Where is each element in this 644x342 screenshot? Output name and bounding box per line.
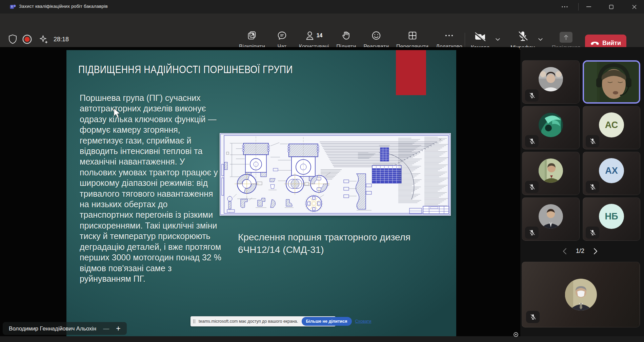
- camera-off-icon: [474, 31, 487, 43]
- meeting-safety-shield-icon[interactable]: [8, 34, 17, 44]
- mic-muted-badge: [525, 135, 539, 147]
- pagination-prev-icon[interactable]: [562, 248, 567, 255]
- participant-tile[interactable]: АС: [583, 106, 640, 149]
- pagination-label: 1/2: [576, 248, 584, 255]
- avatar: [539, 113, 563, 137]
- smiley-icon: [371, 30, 381, 41]
- recording-indicator-icon: [22, 35, 32, 44]
- zoom-out-button[interactable]: —: [103, 325, 109, 332]
- window-titlebar: T Захист кваліфікаційних робіт бакалаврі…: [0, 0, 644, 14]
- participant-initials: НБ: [599, 204, 624, 229]
- avatar: [539, 67, 563, 91]
- shared-screen-area: ПІДВИЩЕННЯ НАДІЙНОСТІ ПОРШНЕВОЇ ГРУПИ По…: [0, 47, 520, 336]
- banner-message: teams.microsoft.com має доступ до вашого…: [199, 319, 298, 324]
- participant-tile-speaking[interactable]: [583, 60, 640, 104]
- mic-muted-badge: [586, 227, 599, 239]
- copilot-sparkle-icon[interactable]: [39, 35, 49, 44]
- mouse-cursor: [113, 108, 121, 118]
- pagination-next-icon[interactable]: [593, 248, 598, 255]
- avatar: [539, 158, 563, 183]
- person-icon: [305, 30, 315, 41]
- window-maximize-button[interactable]: [604, 0, 618, 14]
- pointer-target-icon: [513, 332, 519, 337]
- ellipsis-icon: [445, 30, 454, 41]
- leave-label: Вийти: [602, 40, 621, 47]
- participant-tile[interactable]: [522, 106, 580, 149]
- participant-tile[interactable]: [522, 152, 580, 195]
- slide-caption: Креслення поршня тракторного дизеля 6ЧН1…: [238, 231, 441, 256]
- banner-grip-icon[interactable]: [193, 319, 195, 323]
- meeting-toolbar: 28:18 Відкріпити Чат 14 Користувачі: [0, 14, 644, 47]
- titlebar-divider: [578, 3, 579, 10]
- avatar: [565, 279, 597, 311]
- slide-body-text: Поршнева група (ПГ) сучасних автотрактор…: [80, 93, 222, 284]
- participant-gallery: АС АХ НБ 1: [520, 47, 644, 336]
- svg-text:T: T: [11, 5, 13, 8]
- meeting-timer: 28:18: [54, 36, 69, 43]
- stop-sharing-button[interactable]: Більше не ділитися: [302, 317, 352, 326]
- raise-hand-icon: [341, 30, 351, 41]
- teams-meeting-window: T Захист кваліфікаційних робіт бакалаврі…: [0, 0, 644, 342]
- presentation-slide: ПІДВИЩЕННЯ НАДІЙНОСТІ ПОРШНЕВОЇ ГРУПИ По…: [66, 50, 456, 336]
- teams-logo-icon: T: [9, 3, 16, 10]
- chat-icon: [277, 30, 287, 41]
- window-close-button[interactable]: [626, 0, 642, 14]
- slide-title: ПІДВИЩЕННЯ НАДІЙНОСТІ ПОРШНЕВОЇ ГРУПИ: [78, 64, 293, 76]
- participant-tile[interactable]: АХ: [583, 152, 640, 195]
- mic-muted-badge: [525, 89, 539, 102]
- mic-muted-badge: [525, 227, 539, 239]
- presenter-pill: Володимир Геннадійович Альохін — +: [3, 322, 127, 335]
- gallery-pagination: 1/2: [520, 248, 640, 255]
- window-minimize-button[interactable]: [582, 0, 596, 14]
- mic-muted-badge: [526, 311, 540, 323]
- toolbar-divider: [465, 33, 465, 48]
- microphone-chevron-icon[interactable]: [538, 37, 543, 42]
- hangup-icon: [590, 41, 599, 45]
- bottom-strip: [0, 336, 644, 342]
- participant-tile[interactable]: [522, 60, 580, 104]
- mic-muted-badge: [586, 135, 599, 147]
- mic-off-icon: [517, 30, 528, 43]
- camera-chevron-icon[interactable]: [495, 37, 501, 42]
- participant-video: [584, 62, 639, 102]
- grid-view-icon: [407, 30, 418, 41]
- participant-tile[interactable]: [522, 197, 580, 241]
- slide-accent-rectangle: [396, 50, 426, 95]
- participants-count-badge: 14: [317, 33, 323, 39]
- meeting-title: Захист кваліфікаційних робіт бакалаврів: [19, 4, 108, 9]
- participant-tile-spotlight[interactable]: [522, 262, 640, 327]
- participant-initials: АС: [599, 112, 624, 137]
- window-more-button[interactable]: [558, 0, 572, 14]
- mic-muted-badge: [586, 181, 599, 193]
- participant-initials: АХ: [599, 158, 624, 183]
- hide-banner-link[interactable]: Сховати: [355, 319, 371, 324]
- mic-muted-badge: [525, 181, 539, 193]
- zoom-in-button[interactable]: +: [116, 324, 120, 333]
- screen-share-banner: teams.microsoft.com має доступ до вашого…: [190, 316, 336, 326]
- avatar: [539, 204, 563, 229]
- popout-icon: [247, 30, 257, 41]
- presenter-name: Володимир Геннадійович Альохін: [9, 325, 96, 332]
- share-up-arrow-icon: [560, 32, 572, 43]
- technical-drawing: [220, 133, 451, 216]
- participant-tile[interactable]: НБ: [583, 197, 640, 241]
